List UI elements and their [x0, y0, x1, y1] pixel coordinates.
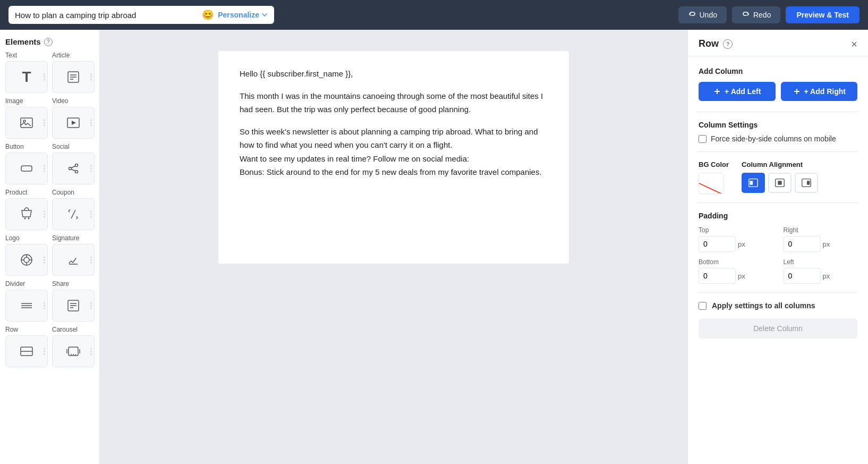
apply-all-label[interactable]: Apply settings to all columns: [712, 301, 815, 310]
element-card-carousel[interactable]: [52, 335, 95, 367]
padding-right-field: Right px: [784, 226, 858, 252]
padding-right-input[interactable]: [784, 236, 821, 252]
add-column-buttons: + Add Left + Add Right: [699, 82, 857, 101]
align-right-button[interactable]: [795, 173, 818, 193]
element-card-video[interactable]: [52, 107, 95, 139]
divider-3: [699, 203, 857, 203]
element-card-image[interactable]: [5, 107, 48, 139]
button-icon: [19, 161, 34, 176]
logo-icon: [19, 252, 34, 267]
article-icon: [66, 70, 81, 85]
panel-header: Row ? ×: [688, 30, 868, 56]
element-category-video: Video: [52, 97, 95, 139]
drag-dots-image: [44, 120, 45, 126]
element-grid: Text T Article Image: [5, 52, 94, 367]
padding-bottom-field: Bottom px: [699, 258, 773, 284]
bg-align-row: BG Color Column Alignment: [699, 161, 857, 194]
add-left-button[interactable]: + Add Left: [699, 82, 776, 101]
svg-rect-47: [778, 181, 781, 184]
svg-point-15: [28, 218, 30, 220]
bg-color-label: BG Color: [699, 161, 729, 168]
subject-input[interactable]: [15, 11, 198, 20]
element-label-text: Text: [5, 52, 48, 59]
element-label-coupon: Coupon: [52, 189, 95, 196]
image-icon: [19, 115, 34, 130]
padding-bottom-input[interactable]: [699, 268, 736, 284]
padding-left-input[interactable]: [784, 268, 821, 284]
carousel-icon: [66, 344, 81, 359]
apply-all-checkbox[interactable]: [699, 302, 707, 310]
redo-button[interactable]: Redo: [732, 6, 780, 23]
personalize-button[interactable]: Personalize: [218, 11, 268, 19]
element-card-share[interactable]: [52, 290, 95, 322]
padding-top-unit: px: [738, 240, 745, 248]
element-card-logo[interactable]: [5, 244, 48, 276]
force-mobile-checkbox[interactable]: [699, 135, 707, 143]
add-column-title: Add Column: [699, 67, 857, 75]
apply-settings-row: Apply settings to all columns: [699, 301, 857, 310]
element-label-carousel: Carousel: [52, 326, 95, 333]
email-canvas[interactable]: Hello {{ subscriber.first_name }}, This …: [100, 30, 687, 464]
email-paragraph-3: So this week's newsletter is about plann…: [240, 125, 548, 179]
svg-line-12: [71, 166, 75, 168]
svg-point-14: [24, 218, 26, 220]
add-right-icon: [793, 87, 801, 96]
padding-left-unit: px: [823, 272, 830, 280]
element-label-product: Product: [5, 189, 48, 196]
email-paragraph-2: This month I was in the mountains canoei…: [240, 89, 548, 116]
add-right-button[interactable]: + Add Right: [781, 82, 858, 101]
element-label-image: Image: [5, 97, 48, 105]
element-card-button[interactable]: [5, 153, 48, 184]
svg-line-13: [71, 169, 75, 171]
padding-section: Padding Top px Right px: [699, 212, 857, 284]
padding-top-input[interactable]: [699, 236, 736, 252]
drag-dots-share: [90, 302, 92, 309]
drag-dots-text: [44, 74, 45, 81]
element-card-coupon[interactable]: [52, 198, 95, 230]
preview-test-button[interactable]: Preview & Test: [786, 6, 860, 23]
share-icon: [66, 298, 81, 313]
svg-point-21: [24, 257, 29, 263]
element-category-text: Text T: [5, 52, 48, 93]
undo-icon: [688, 11, 696, 19]
element-card-signature[interactable]: [52, 244, 95, 276]
align-center-icon: [774, 177, 786, 189]
align-center-button[interactable]: [768, 173, 792, 193]
drag-dots-video: [90, 120, 92, 126]
add-left-icon: [713, 87, 721, 96]
padding-right-label: Right: [784, 226, 858, 234]
undo-button[interactable]: Undo: [678, 6, 727, 23]
bg-color-swatch[interactable]: [699, 173, 724, 194]
elements-help-icon[interactable]: ?: [44, 38, 53, 46]
element-card-product[interactable]: [5, 198, 48, 230]
row-icon: [19, 344, 34, 359]
element-card-social[interactable]: [52, 153, 95, 184]
divider-4: [699, 292, 857, 293]
panel-help-icon[interactable]: ?: [723, 39, 733, 49]
element-card-divider[interactable]: [5, 290, 48, 322]
emoji-button[interactable]: 😊: [202, 9, 214, 21]
panel-close-button[interactable]: ×: [851, 39, 857, 49]
drag-dots-article: [90, 74, 92, 81]
main-layout: Elements ? Text T Article: [0, 30, 868, 464]
element-label-share: Share: [52, 280, 95, 288]
align-left-button[interactable]: [742, 173, 765, 193]
align-right-icon: [801, 177, 812, 189]
svg-rect-45: [750, 181, 753, 184]
subject-input-wrap: 😊 Personalize: [8, 6, 274, 24]
panel-title: Row ?: [699, 38, 733, 49]
svg-rect-8: [21, 166, 32, 171]
drag-dots-product: [44, 211, 45, 218]
element-category-signature: Signature: [52, 234, 95, 276]
chevron-down-icon: [261, 12, 268, 18]
element-card-text[interactable]: T: [5, 61, 48, 93]
svg-line-18: [76, 216, 78, 217]
bg-swatch-no-color-line: [699, 173, 724, 193]
panel-body: Add Column + Add Left + Add Right Column…: [688, 56, 868, 349]
element-card-row[interactable]: [5, 335, 48, 367]
svg-line-19: [76, 217, 78, 219]
video-icon: [66, 115, 81, 130]
element-card-article[interactable]: [52, 61, 95, 93]
force-mobile-label[interactable]: Force side-by-side columns on mobile: [711, 134, 836, 143]
element-label-article: Article: [52, 52, 95, 59]
